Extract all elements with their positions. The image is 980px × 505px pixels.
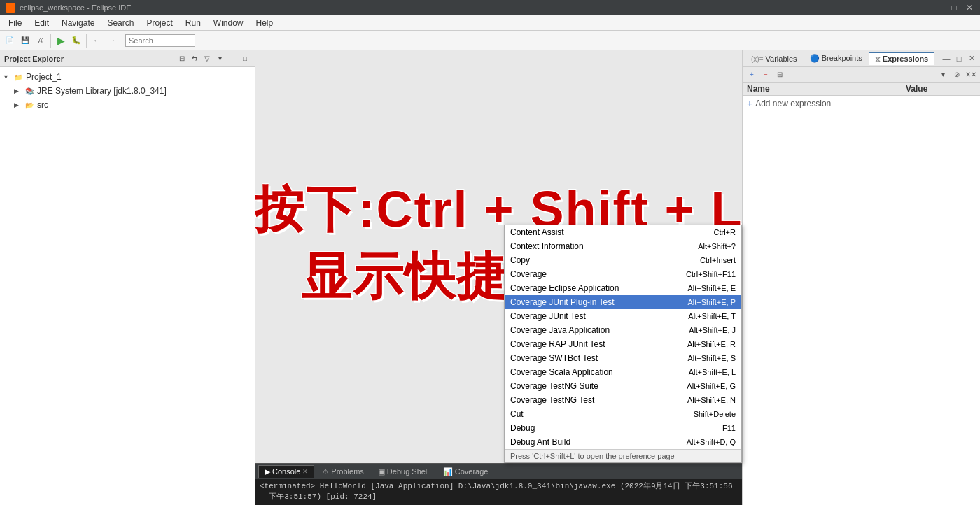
tab-breakpoints[interactable]: 🔵 Breakpoints (804, 52, 868, 64)
view-menu-button[interactable]: ▾ (214, 53, 225, 64)
minimize-button[interactable]: — (934, 3, 944, 13)
toolbar-new[interactable]: 📄 (3, 34, 17, 48)
close-button[interactable]: ✕ (965, 3, 974, 13)
expr-value-header: Value (906, 84, 976, 94)
menu-help[interactable]: Help (251, 17, 279, 29)
shortcut-key: Alt+Shift+E, S (652, 354, 736, 362)
add-expr-toolbar-btn[interactable]: + (746, 69, 758, 81)
menu-search[interactable]: Search (102, 17, 139, 29)
toolbar-debug[interactable]: 🐛 (69, 34, 83, 48)
console-icon: ▶ (265, 467, 270, 476)
shortcut-row[interactable]: CoverageCtrl+Shift+F11 (505, 267, 741, 281)
shortcut-key: Alt+Shift+E, J (652, 326, 736, 334)
remove-all-btn[interactable]: ✕✕ (965, 69, 977, 81)
minimize-panel-button[interactable]: — (227, 53, 238, 64)
console-tab-debug-shell[interactable]: ▣ Debug Shell (372, 465, 435, 478)
toolbar-save[interactable]: 💾 (18, 34, 32, 48)
coverage-label: Coverage (455, 467, 489, 476)
right-panel-minimize[interactable]: — (941, 53, 952, 64)
shortcut-row[interactable]: Coverage JUnit Plug-in TestAlt+Shift+E, … (505, 295, 741, 309)
link-editor-button[interactable]: ⇆ (189, 53, 200, 64)
menu-navigate[interactable]: Navigate (56, 17, 100, 29)
shortcut-row[interactable]: Coverage Java ApplicationAlt+Shift+E, J (505, 323, 741, 337)
menu-project[interactable]: Project (141, 17, 178, 29)
view-menu-right-btn[interactable]: ▾ (937, 69, 949, 81)
tab-expressions[interactable]: ⧖ Expressions (869, 52, 934, 65)
tree-toggle-project: ▼ (3, 73, 13, 80)
toolbar-run[interactable]: ▶ (54, 34, 68, 48)
toolbar-print[interactable]: 🖨 (34, 34, 48, 48)
shortcut-row[interactable]: CopyCtrl+Insert (505, 253, 741, 267)
main-layout: Project Explorer ⊟ ⇆ ▽ ▾ — □ ▼ 📁 Project… (0, 50, 980, 505)
tree-item-src[interactable]: ▶ 📂 src (3, 98, 252, 112)
shortcut-row[interactable]: CutShift+Delete (505, 407, 741, 421)
right-panel: (x)= Variables 🔵 Breakpoints ⧖ Expressio… (742, 50, 980, 505)
menu-edit[interactable]: Edit (29, 17, 55, 29)
shortcut-footer: Press 'Ctrl+Shift+L' to open the prefere… (505, 449, 741, 462)
tree-item-project[interactable]: ▼ 📁 Project_1 (3, 70, 252, 84)
shortcut-row[interactable]: Context InformationAlt+Shift+? (505, 239, 741, 253)
expressions-icon: ⧖ (875, 55, 881, 63)
filter-button[interactable]: ▽ (202, 53, 213, 64)
jre-label: JRE System Library [jdk1.8.0_341] (37, 86, 167, 96)
shortcut-row[interactable]: Coverage JUnit TestAlt+Shift+E, T (505, 309, 741, 323)
left-panel: Project Explorer ⊟ ⇆ ▽ ▾ — □ ▼ 📁 Project… (0, 50, 255, 505)
console-tab-close[interactable]: ✕ (302, 468, 308, 475)
add-expression-row[interactable]: + Add new expression (743, 96, 980, 111)
shortcut-key: Alt+Shift+? (652, 242, 736, 250)
console-content: <terminated> HelloWorld [Java Applicatio… (255, 479, 742, 505)
shortcut-key: Alt+Shift+E, E (652, 284, 736, 292)
shortcut-key: Alt+Shift+E, T (652, 312, 736, 320)
remove-expr-btn[interactable]: − (760, 69, 772, 81)
shortcut-row[interactable]: Debug Ant BuildAlt+Shift+D, Q (505, 435, 741, 449)
console-tab-problems[interactable]: ⚠ Problems (316, 465, 370, 478)
menu-run[interactable]: Run (180, 17, 206, 29)
skip-breakpoints-btn[interactable]: ⊘ (951, 69, 963, 81)
shortcut-row[interactable]: Coverage Scala ApplicationAlt+Shift+E, L (505, 365, 741, 379)
shortcut-row[interactable]: DebugF11 (505, 421, 741, 435)
toolbar-forward[interactable]: → (105, 34, 119, 48)
src-icon: 📂 (24, 99, 35, 111)
console-tab-coverage[interactable]: 📊 Coverage (437, 465, 495, 478)
shortcut-name: Coverage TestNG Test (510, 395, 652, 405)
collapse-all-expr-btn[interactable]: ⊟ (774, 69, 786, 81)
menu-bar: File Edit Navigate Search Project Run Wi… (0, 15, 980, 31)
shortcut-row[interactable]: Coverage RAP JUnit TestAlt+Shift+E, R (505, 337, 741, 351)
tree-item-jre[interactable]: ▶ 📚 JRE System Library [jdk1.8.0_341] (3, 84, 252, 98)
shortcut-key: F11 (652, 424, 736, 432)
shortcut-row[interactable]: Coverage SWTBot TestAlt+Shift+E, S (505, 351, 741, 365)
shortcut-key: Alt+Shift+D, Q (652, 438, 736, 446)
app-icon (6, 3, 15, 13)
shortcut-name: Coverage Scala Application (510, 367, 652, 377)
shortcut-key: Ctrl+Shift+F11 (652, 270, 736, 278)
search-input[interactable] (125, 34, 195, 47)
maximize-button[interactable]: □ (949, 3, 959, 13)
shortcut-list[interactable]: Content AssistCtrl+RContext InformationA… (505, 225, 741, 449)
toolbar-search-container (125, 34, 195, 47)
maximize-panel-button[interactable]: □ (239, 53, 251, 64)
tab-variables[interactable]: (x)= Variables (746, 53, 803, 64)
toolbar-sep-2 (86, 34, 87, 48)
shortcut-name: Debug Ant Build (510, 437, 652, 447)
shortcut-key: Alt+Shift+E, N (652, 396, 736, 404)
console-tab-label: Console (272, 467, 300, 476)
right-panel-close[interactable]: ✕ (966, 53, 977, 64)
shortcut-name: Context Information (510, 241, 652, 251)
shortcut-row[interactable]: Content AssistCtrl+R (505, 225, 741, 239)
shortcut-row[interactable]: Coverage TestNG TestAlt+Shift+E, N (505, 393, 741, 407)
shortcut-row[interactable]: Coverage TestNG SuiteAlt+Shift+E, G (505, 379, 741, 393)
console-output: <terminated> HelloWorld [Java Applicatio… (260, 482, 733, 501)
title-bar-controls: — □ ✕ (934, 3, 974, 13)
shortcut-key: Alt+Shift+E, G (652, 382, 736, 390)
shortcut-key: Alt+Shift+E, R (652, 340, 736, 348)
expressions-table: Name Value + Add new expression (743, 83, 980, 505)
menu-file[interactable]: File (3, 17, 27, 29)
toolbar-back[interactable]: ← (90, 34, 104, 48)
title-bar: eclipse_workspace - Eclipse IDE — □ ✕ (0, 0, 980, 15)
right-panel-maximize[interactable]: □ (953, 53, 965, 64)
shortcut-name: Debug (510, 423, 652, 433)
collapse-all-button[interactable]: ⊟ (176, 53, 188, 64)
console-tab-console[interactable]: ▶ Console ✕ (258, 465, 314, 478)
shortcut-row[interactable]: Coverage Eclipse ApplicationAlt+Shift+E,… (505, 281, 741, 295)
menu-window[interactable]: Window (208, 17, 249, 29)
